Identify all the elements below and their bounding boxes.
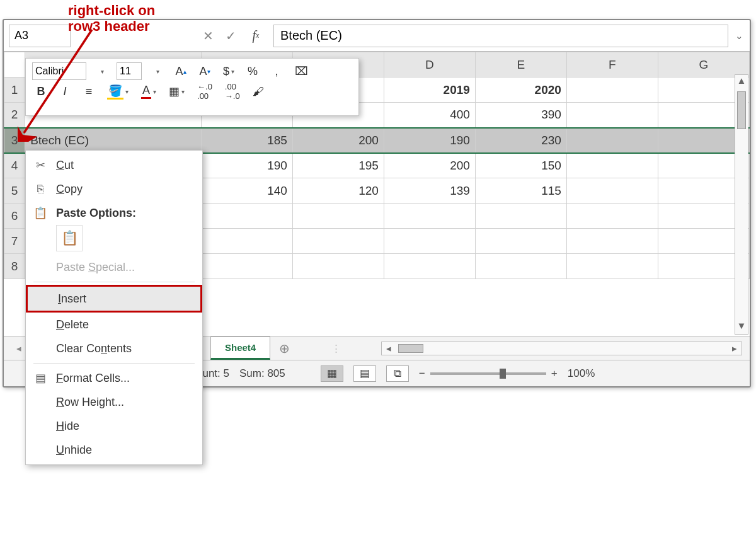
- view-page-break-icon[interactable]: ⧉: [386, 365, 409, 382]
- align-center-icon[interactable]: ≡: [80, 83, 98, 100]
- enter-icon[interactable]: ✓: [219, 25, 242, 47]
- cell[interactable]: [566, 254, 658, 279]
- cell[interactable]: 390: [475, 103, 566, 128]
- cell[interactable]: [292, 229, 384, 254]
- cell[interactable]: 200: [292, 128, 384, 153]
- row-header-6[interactable]: 6: [4, 204, 25, 229]
- cell[interactable]: 150: [475, 153, 566, 178]
- font-color-icon[interactable]: A: [138, 83, 159, 100]
- borders-icon[interactable]: ▦: [166, 83, 188, 100]
- ctx-unhide[interactable]: Unhide: [26, 438, 202, 462]
- accounting-format-icon[interactable]: $: [220, 62, 238, 80]
- font-name-input[interactable]: [32, 62, 86, 80]
- fill-color-icon[interactable]: 🪣: [104, 83, 132, 100]
- italic-button[interactable]: I: [56, 83, 74, 100]
- zoom-in-icon[interactable]: +: [551, 367, 558, 380]
- cell[interactable]: 115: [475, 178, 566, 204]
- cell[interactable]: [566, 178, 658, 204]
- cell[interactable]: Btech (EC): [25, 128, 202, 153]
- decrease-font-icon[interactable]: A▾: [196, 62, 214, 80]
- ctx-insert[interactable]: Insert: [26, 285, 202, 313]
- select-all-corner[interactable]: [4, 52, 25, 78]
- ctx-cut[interactable]: ✂ Cut: [26, 153, 202, 177]
- ctx-row-height[interactable]: Row Height...: [26, 390, 202, 414]
- col-header-F[interactable]: F: [566, 52, 658, 78]
- name-box[interactable]: [9, 25, 71, 47]
- font-size-input[interactable]: [117, 62, 142, 80]
- increase-decimal-icon[interactable]: ←.0.00: [194, 83, 215, 100]
- ctx-format-cells[interactable]: ▤ Format Cells...: [26, 366, 202, 390]
- cell[interactable]: [292, 254, 384, 279]
- scroll-right-icon[interactable]: ▸: [728, 343, 742, 354]
- paste-option-default-icon[interactable]: 📋: [56, 225, 83, 251]
- decrease-decimal-icon[interactable]: .00→.0: [222, 83, 243, 100]
- cell[interactable]: 120: [292, 178, 384, 204]
- row-header-1[interactable]: 1: [4, 78, 25, 103]
- comma-format-icon[interactable]: ,: [268, 62, 285, 80]
- font-name-dropdown-icon[interactable]: [93, 62, 110, 80]
- increase-font-icon[interactable]: A▴: [172, 62, 190, 80]
- fx-icon[interactable]: fx: [242, 25, 270, 47]
- cell[interactable]: [475, 254, 566, 279]
- row-header-7[interactable]: 7: [4, 229, 25, 254]
- cell[interactable]: 200: [384, 153, 475, 178]
- cell[interactable]: [566, 128, 658, 153]
- col-header-E[interactable]: E: [475, 52, 566, 78]
- zoom-thumb[interactable]: [500, 369, 506, 379]
- zoom-slider[interactable]: − +: [419, 367, 558, 380]
- cell[interactable]: [475, 229, 566, 254]
- new-sheet-icon[interactable]: ⊕: [270, 341, 298, 356]
- col-header-D[interactable]: D: [384, 52, 475, 78]
- cell[interactable]: [384, 204, 475, 229]
- cell[interactable]: 400: [384, 103, 475, 128]
- cell[interactable]: 190: [201, 153, 292, 178]
- cell[interactable]: [475, 204, 566, 229]
- ctx-hide[interactable]: Hide: [26, 414, 202, 438]
- scroll-up-icon[interactable]: ▲: [735, 75, 748, 89]
- cell[interactable]: [566, 153, 658, 178]
- row-header-8[interactable]: 8: [4, 254, 25, 279]
- row-header-3[interactable]: 3: [4, 128, 25, 153]
- hscroll-thumb[interactable]: [398, 344, 423, 353]
- cell[interactable]: [384, 229, 475, 254]
- ctx-delete[interactable]: Delete: [26, 313, 202, 336]
- cell[interactable]: [566, 204, 658, 229]
- col-header-G[interactable]: G: [658, 52, 749, 78]
- cell[interactable]: [566, 229, 658, 254]
- formula-input[interactable]: [273, 25, 728, 47]
- cell[interactable]: 2019: [384, 78, 475, 103]
- cell[interactable]: [384, 254, 475, 279]
- percent-format-icon[interactable]: %: [244, 62, 261, 80]
- font-size-dropdown-icon[interactable]: [148, 62, 166, 80]
- expand-formula-bar-icon[interactable]: ⌄: [728, 30, 750, 42]
- cell[interactable]: [201, 204, 292, 229]
- view-normal-icon[interactable]: ▦: [321, 365, 343, 382]
- cell[interactable]: [292, 204, 384, 229]
- format-painter-icon[interactable]: 🖌: [249, 83, 267, 100]
- view-page-layout-icon[interactable]: ▤: [353, 365, 376, 382]
- cell[interactable]: [201, 229, 292, 254]
- ctx-copy[interactable]: ⎘ Copy: [26, 177, 202, 201]
- cell[interactable]: [566, 78, 658, 103]
- row-header-5[interactable]: 5: [4, 178, 25, 204]
- cell[interactable]: 139: [384, 178, 475, 204]
- horizontal-scrollbar[interactable]: ◂ ▸: [381, 342, 742, 355]
- row-header-4[interactable]: 4: [4, 153, 25, 178]
- cell[interactable]: 190: [384, 128, 475, 153]
- cell[interactable]: 195: [292, 153, 384, 178]
- zoom-out-icon[interactable]: −: [419, 367, 425, 380]
- cell[interactable]: 230: [475, 128, 566, 153]
- cell[interactable]: 140: [201, 178, 292, 204]
- zoom-level[interactable]: 100%: [568, 367, 595, 380]
- bold-button[interactable]: B: [32, 83, 50, 100]
- cancel-icon[interactable]: ✕: [197, 25, 219, 47]
- ctx-clear-contents[interactable]: Clear Contents: [26, 336, 202, 360]
- scroll-left-icon[interactable]: ◂: [382, 343, 396, 354]
- cell[interactable]: [201, 254, 292, 279]
- sheet-tab-active[interactable]: Sheet4: [210, 336, 270, 360]
- scroll-down-icon[interactable]: ▼: [735, 320, 748, 334]
- cell[interactable]: 185: [201, 128, 292, 153]
- cell[interactable]: 2020: [475, 78, 566, 103]
- vertical-scrollbar[interactable]: ▲ ▼: [735, 74, 748, 335]
- row-header-2[interactable]: 2: [4, 103, 25, 128]
